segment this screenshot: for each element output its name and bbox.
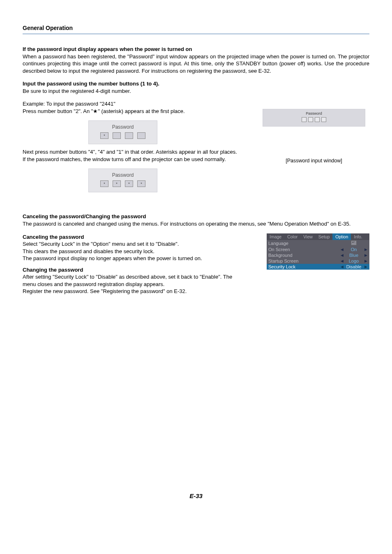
menu-row-value: Logo bbox=[344, 259, 364, 263]
pw-cell: * bbox=[113, 180, 121, 187]
arrow-right-icon bbox=[364, 259, 368, 263]
pw-cell bbox=[137, 132, 145, 139]
menu-row-label: Startup Screen bbox=[268, 259, 340, 263]
menu-tab-active: Option bbox=[332, 233, 351, 240]
arrow-left-icon bbox=[340, 265, 344, 269]
pw-cell: * bbox=[100, 180, 108, 187]
arrow-right-icon bbox=[364, 253, 368, 257]
option-menu-screenshot: Image Color View Setup Option Info. Lang… bbox=[267, 233, 369, 270]
menu-tab: View bbox=[300, 233, 316, 240]
text-example: Example: To input the password "2441" bbox=[23, 100, 247, 108]
pw-cell bbox=[113, 132, 121, 139]
pw-cell: * bbox=[125, 180, 133, 187]
menu-row: On ScreenOn bbox=[267, 247, 369, 252]
password-label: Password bbox=[92, 124, 154, 130]
arrow-right-icon bbox=[364, 265, 368, 269]
text-match: If the password matches, the window turn… bbox=[23, 156, 247, 163]
text-change-2: Register the new password. See "Register… bbox=[23, 288, 369, 295]
text-press-441: Next press number buttons "4", "4" and "… bbox=[23, 148, 247, 156]
menu-row-label: Security Lock bbox=[268, 264, 340, 269]
menu-tab: Color bbox=[284, 233, 300, 240]
menu-tab: Setup bbox=[316, 233, 332, 240]
menu-row-label: Background bbox=[268, 253, 340, 258]
heading-password-display: If the password input display appears wh… bbox=[23, 46, 369, 53]
pw-cell: * bbox=[137, 180, 145, 187]
password-window-caption: [Password input window] bbox=[258, 158, 369, 164]
pw-cell bbox=[308, 117, 313, 122]
heading-cancel-change: Canceling the password/Changing the pass… bbox=[23, 213, 369, 220]
password-box-one-star: Password * bbox=[88, 120, 157, 144]
menu-row-value: Blue bbox=[344, 253, 364, 258]
menu-row: Security LockDisable bbox=[267, 264, 369, 270]
heading-input-password: Input the password using the number butt… bbox=[23, 80, 247, 88]
password-label: Password bbox=[266, 111, 362, 115]
menu-row: Language bbox=[267, 240, 369, 247]
menu-row-value: On bbox=[344, 247, 364, 252]
enter-icon bbox=[351, 240, 357, 245]
pw-cell bbox=[125, 132, 133, 139]
section-heading: General Operation bbox=[23, 25, 369, 34]
menu-tab: Info. bbox=[351, 233, 365, 240]
password-box-four-stars: Password * * * * bbox=[88, 169, 157, 192]
text-change-1: After setting "Security Lock" to "Disabl… bbox=[23, 273, 244, 288]
paragraph-password-intro: When a password has been registered, the… bbox=[23, 53, 369, 75]
text-4digit: Be sure to input the registered 4-digit … bbox=[23, 88, 247, 95]
arrow-left-icon bbox=[340, 253, 344, 257]
menu-row: Startup ScreenLogo bbox=[267, 258, 369, 264]
password-input-window: Password bbox=[258, 80, 369, 155]
arrow-right-icon bbox=[364, 247, 368, 252]
menu-row-value: Disable bbox=[344, 264, 364, 269]
pw-cell: * bbox=[100, 132, 108, 139]
menu-tabs: Image Color View Setup Option Info. bbox=[267, 233, 369, 240]
pw-cell bbox=[302, 117, 307, 122]
pw-cell bbox=[321, 117, 326, 122]
text-press-2: Press number button "2". An "★" (asteris… bbox=[23, 108, 247, 115]
menu-row: BackgroundBlue bbox=[267, 252, 369, 258]
menu-row-label: On Screen bbox=[268, 247, 340, 252]
menu-row-label: Language bbox=[268, 241, 340, 246]
menu-tab: Image bbox=[267, 233, 284, 240]
arrow-left-icon bbox=[340, 247, 344, 252]
pw-cell bbox=[315, 117, 320, 122]
text-cancel-change-intro: The password is canceled and changed usi… bbox=[23, 220, 369, 228]
arrow-left-icon bbox=[340, 259, 344, 263]
page-number: E-33 bbox=[23, 492, 369, 499]
password-label: Password bbox=[92, 172, 154, 178]
